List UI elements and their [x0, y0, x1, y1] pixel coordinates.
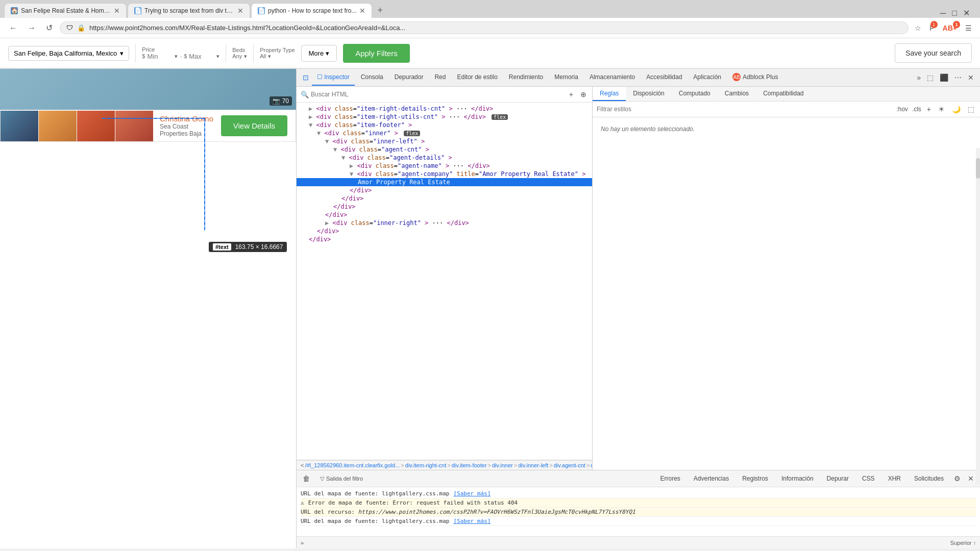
- view-details-button[interactable]: View Details: [221, 115, 287, 136]
- maximize-button[interactable]: □: [952, 9, 957, 18]
- tab-storage[interactable]: Almacenamiento: [584, 69, 640, 86]
- html-node-10-selected[interactable]: Amor Property Real Estate: [297, 178, 592, 186]
- hover-pseudo-button[interactable]: :hov: [896, 106, 908, 113]
- address-bar[interactable]: 🛡 🔒 https://www.point2homes.com/MX/Real-…: [60, 21, 909, 34]
- dock-right-button[interactable]: ⬚: [925, 71, 936, 84]
- tab-style-editor[interactable]: Editor de estilo: [452, 69, 502, 86]
- pick-element-button[interactable]: ⊕: [579, 89, 588, 100]
- html-node-1[interactable]: ▶ <div class="item-right-details-cnt" > …: [297, 105, 592, 113]
- breadcrumb-agent-details[interactable]: div.agent-details: [591, 462, 592, 468]
- console-tab-info[interactable]: Información: [776, 473, 819, 484]
- html-node-13[interactable]: </div>: [297, 203, 592, 211]
- tab-memory[interactable]: Memoria: [549, 69, 583, 86]
- close-devtools-button[interactable]: ✕: [966, 71, 976, 84]
- html-node-2[interactable]: ▶ <div class="item-right-utils-cnt" > ··…: [297, 113, 592, 121]
- styles-tab-computed[interactable]: Computado: [672, 87, 718, 101]
- more-tools-button[interactable]: »: [915, 71, 923, 84]
- html-node-9[interactable]: ▼ <div class="agent-company" title="Amor…: [297, 170, 592, 178]
- adblock-icon[interactable]: AB+ 1: [941, 22, 959, 34]
- html-node-3[interactable]: ▼ <div class="item-footer" >: [297, 121, 592, 129]
- tab-1-close[interactable]: ✕: [114, 7, 120, 15]
- styles-scrollbar-track[interactable]: [976, 148, 980, 470]
- breadcrumb-inner-left[interactable]: div.inner-left: [518, 462, 548, 468]
- add-style-button[interactable]: +: [925, 104, 933, 115]
- tab-2[interactable]: 📄 Trying to scrape text from div ta... ✕: [128, 3, 250, 18]
- html-node-7[interactable]: ▼ <div class="agent-details" >: [297, 154, 592, 162]
- html-node-11[interactable]: </div>: [297, 186, 592, 194]
- tab-2-close[interactable]: ✕: [237, 7, 243, 15]
- html-node-16[interactable]: </div>: [297, 227, 592, 235]
- html-node-15[interactable]: ▶ <div class="inner-right" > ··· </div>: [297, 219, 592, 227]
- cls-pseudo-button[interactable]: .cls: [912, 106, 921, 113]
- superior-label[interactable]: Superior ↑: [950, 540, 976, 546]
- reload-button[interactable]: ↺: [43, 21, 56, 35]
- html-search-input[interactable]: [311, 91, 564, 98]
- console-tab-warnings[interactable]: Advertencias: [689, 473, 734, 484]
- new-tab-button[interactable]: +: [373, 3, 387, 18]
- breadcrumb-arrow-left[interactable]: <: [301, 462, 304, 468]
- console-tab-logs[interactable]: Registros: [737, 473, 773, 484]
- html-node-14[interactable]: </div>: [297, 211, 592, 219]
- tab-debugger[interactable]: Depurador: [389, 69, 429, 86]
- tab-inspector[interactable]: ☐ Inspector: [312, 69, 355, 86]
- breadcrumb-item-footer[interactable]: div.item-footer: [452, 462, 487, 468]
- bookmark-icon[interactable]: ☆: [913, 22, 923, 34]
- tab-3[interactable]: 📄 python - How to scrape text fro... ✕: [251, 3, 372, 18]
- console-tab-debug[interactable]: Depurar: [822, 473, 854, 484]
- html-node-5[interactable]: ▼ <div class="inner-left" >: [297, 137, 592, 145]
- tab-network[interactable]: Red: [429, 69, 451, 86]
- forward-button[interactable]: →: [24, 21, 39, 35]
- back-button[interactable]: ←: [6, 21, 20, 35]
- tab-console[interactable]: Consola: [356, 69, 388, 86]
- html-node-4[interactable]: ▼ <div class="inner" > flex: [297, 129, 592, 137]
- save-search-button[interactable]: Save your search: [895, 43, 972, 63]
- menu-icon[interactable]: ☰: [963, 22, 974, 34]
- styles-scrollbar-thumb[interactable]: [976, 158, 980, 179]
- location-selector[interactable]: San Felipe, Baja California, Mexico ▾: [8, 46, 129, 61]
- minimize-button[interactable]: ─: [940, 9, 946, 18]
- thumb-1[interactable]: [1, 111, 39, 141]
- html-node-12[interactable]: </div>: [297, 194, 592, 203]
- close-button[interactable]: ✕: [963, 8, 970, 18]
- settings-button[interactable]: ⋯: [952, 71, 964, 84]
- light-mode-button[interactable]: ☀: [937, 104, 946, 115]
- console-tab-css[interactable]: CSS: [857, 473, 880, 484]
- console-settings-button[interactable]: ⚙: [952, 472, 963, 485]
- console-clear-button[interactable]: 🗑: [301, 472, 312, 485]
- log-1-link[interactable]: [Saber más]: [453, 490, 491, 497]
- tab-application[interactable]: Aplicación: [688, 69, 726, 86]
- html-node-8[interactable]: ▶ <div class="agent-name" > ··· </div>: [297, 162, 592, 170]
- breadcrumb-inner[interactable]: div.inner: [492, 462, 513, 468]
- tab-1[interactable]: 🏠 San Felipe Real Estate & Homes... ✕: [4, 3, 127, 18]
- price-max-input[interactable]: [189, 53, 214, 60]
- dark-mode-button[interactable]: 🌙: [950, 104, 962, 115]
- pocket-icon[interactable]: P 1: [927, 22, 936, 34]
- tab-adblock[interactable]: AB Adblock Plus: [727, 69, 783, 86]
- thumb-2[interactable]: [39, 111, 77, 141]
- breadcrumb-root[interactable]: /#l_128562960.item-cnt.clearfix.gold...: [305, 462, 400, 468]
- breadcrumb-agent-cnt[interactable]: div.agent-cnt: [554, 462, 585, 468]
- expand-icon[interactable]: »: [301, 540, 304, 546]
- log-4-link[interactable]: [Saber más]: [453, 518, 491, 524]
- console-tab-xhr[interactable]: XHR: [883, 473, 906, 484]
- inspector-pick-button[interactable]: ⊡: [301, 71, 311, 84]
- dock-bottom-button[interactable]: ⬛: [938, 71, 950, 84]
- styles-filter-input[interactable]: [597, 106, 892, 113]
- add-node-button[interactable]: +: [568, 89, 575, 100]
- html-tree[interactable]: ▶ <div class="item-right-details-cnt" > …: [297, 103, 592, 460]
- color-scheme-button[interactable]: ⬚: [966, 104, 976, 115]
- tab-accessibility[interactable]: Accesibilidad: [641, 69, 687, 86]
- close-console-button[interactable]: ✕: [966, 472, 976, 485]
- html-node-17[interactable]: </div>: [297, 235, 592, 243]
- apply-filters-button[interactable]: Apply Filters: [343, 44, 410, 63]
- html-node-6[interactable]: ▼ <div class="agent-cnt" >: [297, 145, 592, 154]
- price-min-input[interactable]: [147, 53, 173, 60]
- styles-tab-compat[interactable]: Compatibilidad: [756, 87, 811, 101]
- more-button[interactable]: More ▾: [301, 45, 337, 62]
- console-tab-errors[interactable]: Errores: [655, 473, 685, 484]
- styles-tab-rules[interactable]: Reglas: [593, 87, 626, 101]
- tab-performance[interactable]: Rendimiento: [504, 69, 548, 86]
- thumb-3[interactable]: [77, 111, 115, 141]
- thumb-4[interactable]: [115, 111, 154, 141]
- tab-3-close[interactable]: ✕: [359, 7, 365, 15]
